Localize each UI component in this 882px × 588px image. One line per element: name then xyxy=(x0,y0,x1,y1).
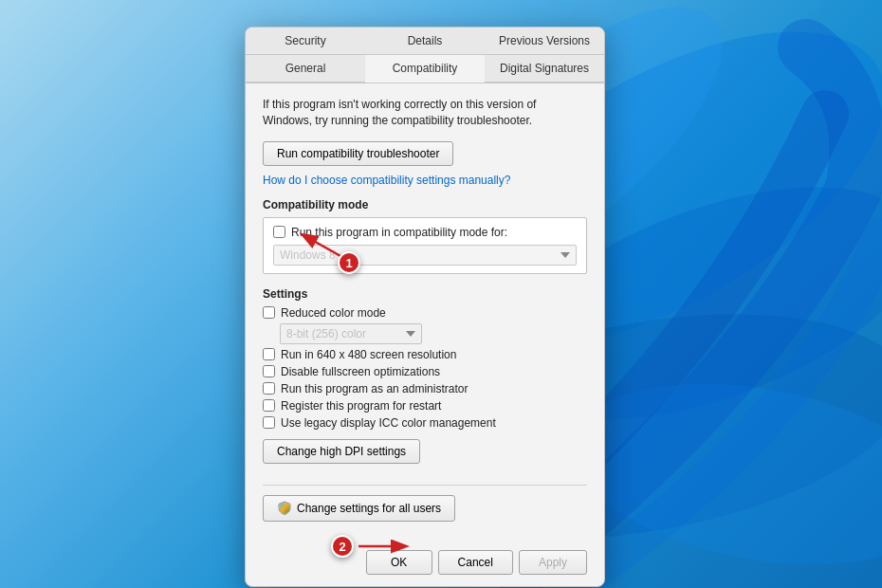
run-as-admin-label: Run this program as an administrator xyxy=(281,382,468,395)
run-troubleshooter-button[interactable]: Run compatibility troubleshooter xyxy=(263,141,453,166)
compat-mode-dropdown[interactable]: Windows 8 Windows 7 Windows Vista (SP2) … xyxy=(273,245,577,266)
description-text: If this program isn't working correctly … xyxy=(263,97,587,130)
disable-fullscreen-label: Disable fullscreen optimizations xyxy=(281,365,440,378)
cancel-button[interactable]: Cancel xyxy=(438,550,513,575)
resolution-640-label: Run in 640 x 480 screen resolution xyxy=(281,348,456,361)
register-restart-checkbox[interactable] xyxy=(263,399,275,412)
compat-mode-checkbox-row: Run this program in compatibility mode f… xyxy=(273,226,577,239)
tab-bar: Security Details Previous Versions Gener… xyxy=(246,28,604,83)
properties-dialog: Security Details Previous Versions Gener… xyxy=(245,27,605,587)
color-mode-dropdown-row: 8-bit (256) color 16-bit color xyxy=(280,323,587,344)
legacy-icc-checkbox[interactable] xyxy=(263,416,275,429)
legacy-icc-row: Use legacy display ICC color management xyxy=(263,416,587,430)
dialog-footer: OK Cancel Apply xyxy=(246,542,604,586)
manual-settings-link[interactable]: How do I choose compatibility settings m… xyxy=(263,174,587,187)
dialog-content: If this program isn't working correctly … xyxy=(246,83,604,542)
compat-mode-checkbox-label: Run this program in compatibility mode f… xyxy=(291,226,507,239)
tab-digital-signatures[interactable]: Digital Signatures xyxy=(485,55,604,83)
reduced-color-label: Reduced color mode xyxy=(281,306,386,320)
change-dpi-button[interactable]: Change high DPI settings xyxy=(263,439,420,464)
settings-label: Settings xyxy=(263,287,587,301)
tab-security[interactable]: Security xyxy=(246,28,365,55)
compat-mode-dropdown-row: Windows 8 Windows 7 Windows Vista (SP2) … xyxy=(273,245,577,266)
compat-mode-checkbox[interactable] xyxy=(273,226,285,238)
change-all-users-label: Change settings for all users xyxy=(297,502,441,515)
reduced-color-checkbox[interactable] xyxy=(263,306,275,319)
annotation-badge-1: 1 xyxy=(338,251,360,274)
tab-details[interactable]: Details xyxy=(365,28,485,55)
disable-fullscreen-checkbox[interactable] xyxy=(263,365,275,377)
ok-button[interactable]: OK xyxy=(366,550,432,575)
resolution-640-row: Run in 640 x 480 screen resolution xyxy=(263,348,587,361)
tab-previous-versions[interactable]: Previous Versions xyxy=(485,28,604,55)
apply-button[interactable]: Apply xyxy=(519,550,587,575)
tab-general[interactable]: General xyxy=(246,55,365,83)
divider xyxy=(263,485,587,486)
reduced-color-row: Reduced color mode xyxy=(263,306,587,320)
shield-icon xyxy=(277,501,292,516)
svg-point-3 xyxy=(557,358,882,588)
register-restart-row: Register this program for restart xyxy=(263,399,587,413)
compat-mode-label: Compatibility mode xyxy=(263,198,587,211)
settings-checkboxes: Reduced color mode 8-bit (256) color 16-… xyxy=(263,306,587,430)
tab-compatibility[interactable]: Compatibility xyxy=(365,55,485,83)
color-mode-dropdown[interactable]: 8-bit (256) color 16-bit color xyxy=(280,323,422,344)
annotation-badge-2: 2 xyxy=(331,535,354,558)
run-as-admin-checkbox[interactable] xyxy=(263,382,275,395)
change-all-users-button[interactable]: Change settings for all users xyxy=(263,495,455,522)
compat-mode-box: Run this program in compatibility mode f… xyxy=(263,217,587,274)
disable-fullscreen-row: Disable fullscreen optimizations xyxy=(263,365,587,378)
resolution-640-checkbox[interactable] xyxy=(263,348,275,360)
register-restart-label: Register this program for restart xyxy=(281,399,441,413)
legacy-icc-label: Use legacy display ICC color management xyxy=(281,416,496,430)
settings-section: Settings Reduced color mode 8-bit (256) … xyxy=(263,287,587,475)
run-as-admin-row: Run this program as an administrator xyxy=(263,382,587,395)
